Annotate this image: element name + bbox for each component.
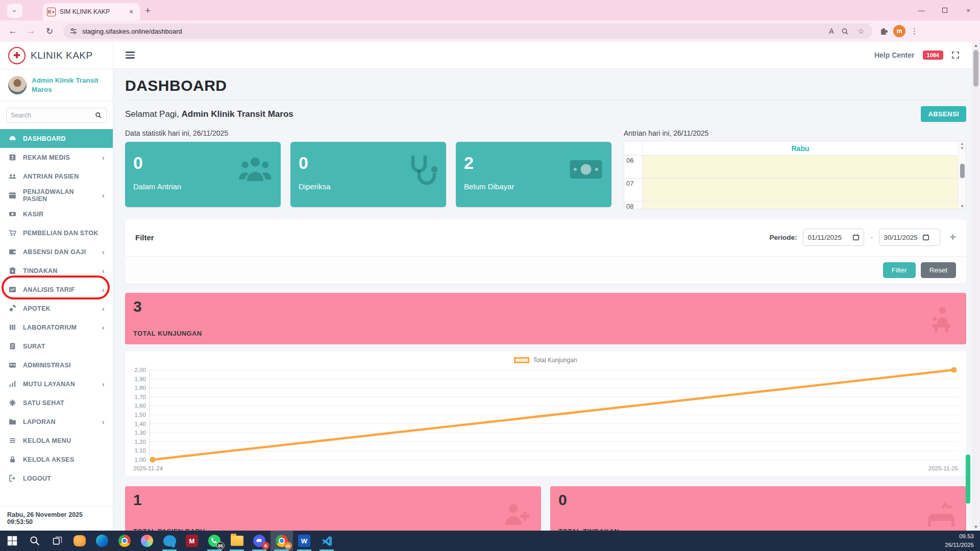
taskbar-edge-button[interactable] <box>91 531 113 551</box>
taskbar-word-button[interactable]: W <box>293 531 315 551</box>
svg-text:1,70: 1,70 <box>135 394 146 400</box>
search-icon[interactable] <box>95 112 102 119</box>
taskbar-chrome-active-button[interactable]: m <box>271 531 293 551</box>
taskbar-start-button[interactable] <box>1 531 23 551</box>
reset-button[interactable]: Reset <box>921 262 956 278</box>
sidebar-item-laporan[interactable]: LAPORAN‹ <box>0 412 113 431</box>
main-area: Help Center 1084 DASHBOARD Selamat Pagi,… <box>113 42 972 531</box>
scroll-down-icon[interactable]: ▼ <box>960 146 964 151</box>
cash-icon <box>8 210 17 218</box>
queue-scrollbar[interactable]: ▲ ▼ ▼ <box>958 141 966 209</box>
periode-label: Periode: <box>769 234 797 241</box>
url-bar[interactable]: staging.sifaskes.online/dashboard A ☆ <box>63 23 872 39</box>
window-maximize-button[interactable] <box>933 0 957 20</box>
calendar-icon[interactable] <box>852 234 860 241</box>
tab-list-chevron-icon[interactable]: › <box>7 4 22 18</box>
app-badge: m <box>284 542 292 549</box>
sidebar-item-satu-sehat[interactable]: SATU SEHAT <box>0 393 113 412</box>
translate-icon[interactable]: A <box>826 27 837 35</box>
sidebar-item-apotek[interactable]: APOTEK‹ <box>0 299 113 318</box>
sidebar-item-logout[interactable]: LOGOUT <box>0 469 113 488</box>
scroll-down-icon[interactable]: ▼ <box>960 204 964 209</box>
user-row[interactable]: Admin Klinik Transit Maros <box>0 69 113 102</box>
taskbar-whatsapp-button[interactable]: 85 <box>203 531 226 551</box>
sidebar-item-kelola-menu[interactable]: KELOLA MENU <box>0 431 113 450</box>
browser-menu-icon[interactable]: ⋮ <box>911 27 918 36</box>
help-center-link[interactable]: Help Center <box>874 51 915 59</box>
scroll-up-icon[interactable]: ▲ <box>974 42 978 49</box>
notification-badge[interactable]: 1084 <box>923 51 943 60</box>
vscode-icon <box>321 535 333 547</box>
taskbar-elephant-app-button[interactable] <box>158 531 181 551</box>
clock-time: 09.53 <box>945 532 974 541</box>
sidebar-item-analisis-tarif[interactable]: ANALISIS TARIF‹ <box>0 280 113 299</box>
sidebar-item-kasir[interactable]: KASIR <box>0 205 113 223</box>
sidebar-item-kelola-akses[interactable]: KELOLA AKSES <box>0 450 113 469</box>
dashboard-content: DASHBOARD Selamat Pagi, Admin Klinik Tra… <box>113 69 972 531</box>
sidebar-item-administrasi[interactable]: ADMINISTRASI <box>0 356 113 374</box>
scroll-down-icon[interactable]: ▼ <box>974 523 978 531</box>
window-minimize-button[interactable]: — <box>910 0 933 20</box>
sidebar-item-label: LABORATORIUM <box>23 324 77 331</box>
sidebar-item-antrian-pasien[interactable]: ANTRIAN PASIEN <box>0 167 113 186</box>
taskbar-search-button[interactable] <box>23 531 46 551</box>
kunjungan-line-chart: 2,001,901,801,701,601,501,401,301,201,10… <box>125 366 966 474</box>
clock-date: 26/11/2025 <box>945 541 974 549</box>
sidebar-item-dashboard[interactable]: DASHBOARD <box>0 129 113 148</box>
queue-time-label: 08 <box>624 202 643 209</box>
filter-button[interactable]: Filter <box>883 262 916 278</box>
absensi-button[interactable]: ABSENSI <box>921 106 966 122</box>
tab-close-icon[interactable]: × <box>127 7 136 16</box>
sidebar-item-laboratorium[interactable]: LABORATORIUM‹ <box>0 318 113 337</box>
date-to-input[interactable]: 30/11/2025 <box>879 229 940 246</box>
browser-profile-avatar[interactable]: m <box>893 25 905 37</box>
hamburger-menu-icon[interactable] <box>126 52 135 58</box>
sidebar-item-mutu-layanan[interactable]: MUTU LAYANAN‹ <box>0 374 113 393</box>
window-close-button[interactable]: × <box>957 0 980 20</box>
taskbar-task-view-button[interactable] <box>46 531 68 551</box>
date-from-input[interactable]: 01/11/2025 <box>803 229 864 246</box>
content-scroll-thumb[interactable] <box>966 455 970 504</box>
sidebar-search-wrap <box>0 102 113 127</box>
calendar-icon[interactable] <box>922 234 929 241</box>
sidebar-item-label: DASHBOARD <box>23 135 66 142</box>
taskbar-orange-app-button[interactable] <box>68 531 91 551</box>
page-scrollbar[interactable]: ▲ ▼ <box>972 42 980 531</box>
site-info-icon[interactable] <box>69 27 78 35</box>
new-tab-button[interactable]: + <box>145 5 151 16</box>
taskbar-vscode-button[interactable] <box>315 531 338 551</box>
taskbar-red-m-app-button[interactable]: M <box>181 531 203 551</box>
page-scroll-thumb[interactable] <box>973 50 978 87</box>
fullscreen-icon[interactable] <box>951 51 960 59</box>
taskbar-file-explorer-button[interactable] <box>226 531 248 551</box>
queue-slot-cell[interactable] <box>643 202 958 209</box>
extensions-icon[interactable] <box>879 27 888 36</box>
flower-icon <box>8 398 17 407</box>
sidebar-item-rekam-medis[interactable]: REKAM MEDIS‹ <box>0 148 113 167</box>
queue-slot-cell[interactable] <box>643 179 958 201</box>
taskbar-copilot-button[interactable] <box>136 531 158 551</box>
scroll-up-icon[interactable]: ▲ <box>960 141 964 146</box>
queue-slot-cell[interactable] <box>643 156 958 178</box>
taskbar-chrome-button[interactable] <box>113 531 136 551</box>
forward-icon[interactable]: → <box>23 23 39 39</box>
zoom-page-icon[interactable] <box>841 28 851 35</box>
taskbar-clock[interactable]: 09.53 26/11/2025 <box>945 532 974 549</box>
search-input[interactable] <box>11 112 95 119</box>
bookmark-star-icon[interactable]: ☆ <box>856 27 866 35</box>
taskbar-discord-button[interactable]: 6 <box>248 531 271 551</box>
queue-scroll-thumb[interactable] <box>960 164 965 178</box>
sidebar-item-surat[interactable]: SURAT <box>0 337 113 356</box>
sidebar-item-pembelian-dan-stok[interactable]: PEMBELIAN DAN STOK <box>0 223 113 242</box>
svg-text:1,60: 1,60 <box>135 403 146 409</box>
sidebar-item-tindakan[interactable]: TINDAKAN‹ <box>0 261 113 280</box>
reload-icon[interactable]: ↻ <box>42 23 57 39</box>
sidebar-item-penjadwalan-pasien[interactable]: PENJADWALAN PASIEN‹ <box>0 186 113 205</box>
back-icon[interactable]: ← <box>5 23 20 39</box>
queue-row-07: 07 <box>624 179 958 202</box>
sidebar-item-label: LAPORAN <box>23 418 56 425</box>
browser-tab[interactable]: K+ SIM KLINIK KAKP × <box>43 3 140 20</box>
card-value: 1 <box>133 491 533 509</box>
add-period-button[interactable]: + <box>949 231 956 244</box>
sidebar-item-absensi-dan-gaji[interactable]: ABSENSI DAN GAJI‹ <box>0 242 113 261</box>
